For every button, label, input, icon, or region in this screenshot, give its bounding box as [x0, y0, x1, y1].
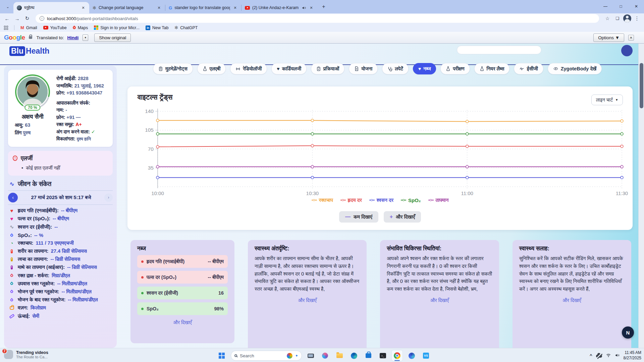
bookmark-maps[interactable]: Maps	[73, 25, 88, 30]
scrollbar[interactable]	[638, 44, 644, 348]
maximize-button[interactable]: □	[613, 0, 629, 13]
site-info-icon[interactable]: i	[40, 16, 44, 21]
side-panel-icon[interactable]: ❏	[613, 14, 622, 23]
windows-icon	[219, 353, 225, 359]
clock-time: 11:45 AM	[624, 350, 641, 355]
card-title: संभावित चिकित्सा स्थितियां:	[387, 245, 492, 252]
bookmark-youtube[interactable]: YouTube	[43, 25, 67, 30]
legend-marker	[312, 200, 317, 200]
pill-vitals[interactable]: ♥नब्ज	[413, 63, 436, 74]
tab-audio-icon[interactable]	[302, 6, 306, 10]
new-tab-button[interactable]: +	[319, 2, 328, 11]
start-button[interactable]	[216, 350, 228, 361]
profile-avatar[interactable]	[623, 14, 631, 22]
taskbar-app-file-explorer[interactable]	[334, 350, 345, 361]
pill-encounters-notes[interactable]: मुठभेड़ें/नोट्स	[153, 63, 193, 74]
notification-subtitle: The Route to Ca...	[16, 355, 48, 359]
copilot-icon	[287, 353, 292, 359]
taskbar-app-edge[interactable]	[348, 350, 360, 361]
pill-radiology[interactable]: रेडियोलॉजी	[230, 63, 267, 74]
legend-item[interactable]: SpO₂	[401, 197, 421, 203]
tab-change-portal-language[interactable]: ✻ Change portal language ✕	[89, 2, 165, 13]
bookmark-chatgpt[interactable]: ✻ChatGPT	[174, 25, 198, 30]
pill-wraps[interactable]: लपेटें	[382, 63, 409, 74]
pill-tests[interactable]: परीक्षण	[440, 63, 470, 74]
bookmark-star-icon[interactable]: ☆	[603, 14, 612, 23]
tab-youtube[interactable]: (2) Unke Andaz-e-Karam U ✕	[241, 2, 317, 13]
pill-cardiology[interactable]: ♥कार्डियलजी	[271, 63, 307, 74]
legend-item[interactable]: रक्तचाप	[312, 197, 333, 203]
pill-procedures[interactable]: प्रक्रियाओं	[311, 63, 344, 74]
options-button[interactable]: Options ▼	[593, 34, 624, 42]
minimize-button[interactable]: —	[598, 0, 613, 13]
taskbar-app-vscode[interactable]: VS	[420, 350, 432, 361]
address-bar[interactable]: i localhost:3000/patient-portal/dashboar…	[36, 14, 599, 23]
tab-close-icon[interactable]: ✕	[309, 5, 314, 10]
reload-button[interactable]: ↻	[23, 14, 32, 23]
show-more-link[interactable]: और दिखाएँ	[137, 320, 228, 325]
site-logo[interactable]: Blu Health	[9, 46, 49, 56]
floating-chat-button[interactable]: N	[622, 326, 634, 339]
taskbar-app-copilot[interactable]	[319, 350, 331, 361]
taskbar-app-store[interactable]	[363, 350, 374, 361]
header-search-input[interactable]	[457, 46, 541, 54]
taskbar-app-edge-beta[interactable]	[406, 350, 417, 361]
taskbar-clock[interactable]: 11:45 AM 8/27/2025	[624, 350, 641, 361]
heart-icon: ♥	[277, 66, 279, 71]
tab-google-search[interactable]: G stander logo for translate goog ✕	[165, 2, 241, 13]
legend-item[interactable]: श्वसन दर	[369, 197, 393, 203]
notification-title: Trending videos	[16, 350, 48, 355]
tab-close-icon[interactable]: ✕	[232, 5, 238, 10]
tab-search-icon[interactable]: ⌄	[3, 2, 12, 11]
show-more-link[interactable]: और दिखाएँ	[519, 298, 625, 303]
vital-row-forehead-temp: माथे का तापमान (आईआर):-- डिग्री सेल्सियस	[8, 263, 113, 272]
taskbar-notification[interactable]: 7 Trending videos The Route to Ca...	[4, 350, 48, 359]
forward-button[interactable]: →	[13, 14, 21, 23]
taskbar-app-chrome[interactable]	[391, 350, 403, 361]
bookmark-linkedin[interactable]: inNew Tab	[146, 25, 168, 30]
apps-grid-icon[interactable]	[4, 26, 8, 30]
bookmark-gmail[interactable]: MGmail	[20, 25, 37, 30]
onedrive-paused-icon[interactable]	[596, 355, 602, 358]
taskbar-app-taskview[interactable]	[305, 350, 316, 361]
possible-conditions-card: संभावित चिकित्सा स्थितियां: आपको अपने श्…	[380, 240, 499, 348]
volume-icon[interactable]	[615, 353, 620, 358]
taskbar-app-terminal[interactable]: >_	[377, 350, 388, 361]
language-link[interactable]: Hindi	[67, 35, 79, 40]
pill-zygotebody[interactable]: ZygoteBody देखें	[548, 63, 602, 74]
language-dropdown-icon[interactable]: ▼	[83, 35, 88, 41]
show-more-link[interactable]: और दिखाएँ	[255, 298, 360, 303]
show-less-button[interactable]: —कम दिखाएं	[339, 211, 378, 223]
tab-close-icon[interactable]: ✕	[80, 5, 86, 10]
wifi-icon[interactable]	[606, 353, 611, 358]
back-button[interactable]: ←	[3, 14, 11, 23]
scrollbar-thumb[interactable]	[640, 63, 643, 108]
show-more-link[interactable]: और दिखाएँ	[387, 298, 492, 303]
system-tray: ^ 11:45 AM 8/27/2025	[590, 350, 641, 361]
bookmark-microsoft[interactable]: Sign in to your Micr...	[94, 25, 140, 30]
close-button[interactable]: ✕	[629, 0, 644, 13]
pill-near-labs[interactable]: नियर लैब्स	[474, 63, 510, 74]
pill-ecg[interactable]: ईसीजी	[514, 63, 543, 74]
svg-text:11:00: 11:00	[461, 190, 473, 196]
legend-marker	[428, 200, 434, 200]
legend-item[interactable]: हृदय दर	[340, 197, 362, 203]
show-more-button[interactable]: +और दिखाएँ	[384, 211, 421, 223]
tab-close-icon[interactable]: ✕	[156, 5, 162, 10]
map-pin-icon	[72, 25, 76, 30]
pill-plan[interactable]: योजना	[349, 63, 378, 74]
taskbar-search[interactable]: Search ✦	[231, 351, 302, 361]
card-body: आपको अपने श्वसन और रक्त शर्करा के स्तर क…	[387, 255, 492, 293]
translate-close-icon[interactable]: ✕	[628, 35, 634, 41]
vitals-title: जीवन के संकेत	[18, 180, 51, 188]
legend-item[interactable]: तापमान	[428, 197, 449, 203]
pill-lab[interactable]: एलएबी	[197, 63, 226, 74]
next-date-button[interactable]: ›	[104, 193, 113, 202]
menu-kebab-icon[interactable]: ⋮	[633, 14, 641, 23]
tab-bluhealth[interactable]: ब्लूहेल्थ ✕	[13, 2, 89, 13]
prev-date-button[interactable]: ‹	[8, 193, 18, 202]
gear-icon: ✻	[93, 5, 96, 10]
tray-chevron-icon[interactable]: ^	[590, 353, 592, 358]
header-avatar[interactable]	[621, 45, 633, 56]
show-original-button[interactable]: Show original	[94, 34, 131, 42]
